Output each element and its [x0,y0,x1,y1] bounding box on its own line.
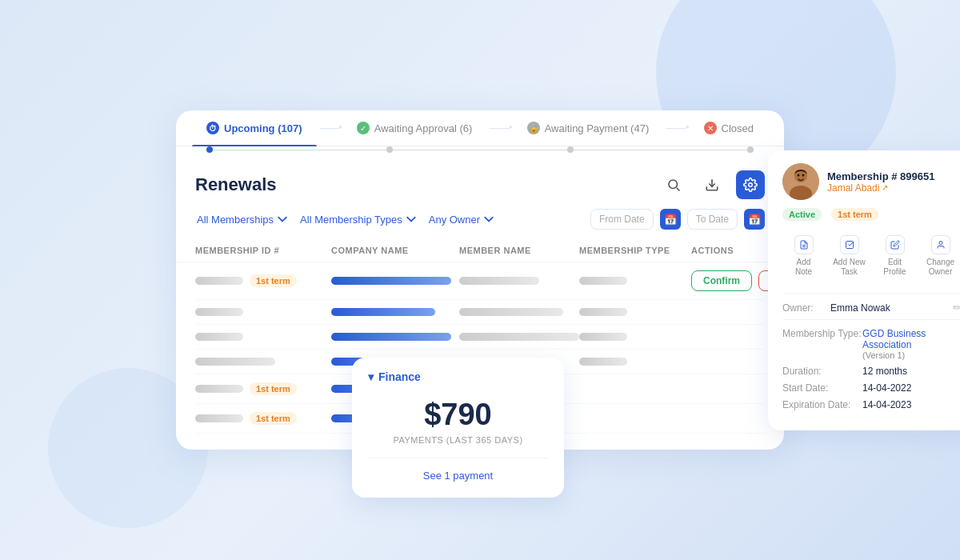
duration-value: 12 months [862,366,907,377]
filters-bar: All Memberships All Membership Types Any… [176,206,784,239]
to-date-input[interactable]: To Date [687,209,738,230]
tab-awaiting-approval-label: Awaiting Approval (6) [374,122,473,134]
add-note-icon [794,235,814,254]
filter-membership-types[interactable]: All Membership Types [298,210,418,229]
id-bar-2 [195,308,243,316]
add-task-action[interactable]: Add NewTask [828,230,870,282]
dot-2 [386,146,393,153]
main-card: ⏱ Upcoming (107) ✓ Awaiting Approval (6)… [176,110,784,450]
membership-type-row: Membership Type: GGD Business Associatio… [782,328,960,360]
detail-divider [782,293,960,294]
tab-awaiting-payment-label: Awaiting Payment (47) [545,122,650,134]
membership-type-sub: (Version 1) [862,350,960,360]
filter-owner[interactable]: Any Owner [427,210,495,229]
edit-owner-icon[interactable]: ✏ [953,302,960,314]
first-term-badge-2: 1st term [250,382,297,395]
row-2-id [195,308,331,316]
row-3-member [459,333,579,341]
duration-row: Duration: 12 months [782,366,960,377]
owner-row: Owner: Emma Nowak ✏ [782,302,960,314]
settings-icon[interactable] [736,170,765,199]
membership-type-value[interactable]: GGD Business Association [862,328,960,350]
company-bar [331,277,451,285]
finance-card: ▾ Finance $790 PAYMENTS (LAST 365 DAYS) … [352,358,564,498]
type-bar [579,277,627,285]
owner-value: Emma Nowak [830,302,953,314]
table-row [195,325,765,350]
row-5-id: 1st term [195,382,331,395]
active-badge: Active [782,208,822,221]
start-date-value: 14-04-2022 [862,382,911,394]
row-2-type [579,308,691,316]
col-membership-id: MEMBERSHIP ID # [195,246,331,255]
add-note-action[interactable]: AddNote [782,230,825,282]
row-6-id: 1st term [195,412,331,425]
svg-point-3 [749,183,753,187]
detail-divider-2 [782,319,960,320]
change-owner-label: ChangeOwner [926,258,954,277]
col-member-name: MEMBER NAME [459,246,579,255]
chevron-down-icon-3 [484,214,494,224]
edit-profile-action[interactable]: EditProfile [874,230,916,282]
external-link-icon: ↗ [882,183,888,192]
row-1-company [331,277,459,285]
start-date-row: Start Date: 14-04-2022 [782,382,960,394]
search-icon[interactable] [659,170,688,199]
confirm-button[interactable]: Confirm [691,270,752,291]
row-3-id [195,333,331,341]
change-owner-action[interactable]: ChangeOwner [919,230,960,282]
dot-line-2 [393,150,566,150]
detail-name-block: Membership # 899651 Jamal Abadi ↗ [827,170,960,194]
table-header: MEMBERSHIP ID # COMPANY NAME MEMBER NAME… [176,239,784,262]
row-3-type [579,333,691,341]
page-title: Renewals [195,174,277,195]
tab-closed[interactable]: ✕ Closed [690,110,768,146]
from-date-calendar-icon[interactable]: 📅 [660,209,681,230]
add-task-icon [840,235,859,254]
member-bar [459,277,539,285]
tab-upcoming[interactable]: ⏱ Upcoming (107) [192,110,317,146]
tab-awaiting-approval[interactable]: ✓ Awaiting Approval (6) [342,110,487,146]
finance-title: ▾ Finance [368,370,548,383]
table-row [195,300,765,325]
row-1-type [579,277,691,285]
dot-1 [206,146,213,153]
expiration-date-row: Expiration Date: 14-04-2023 [782,399,960,410]
row-1-member [459,277,579,285]
row-4-id [195,358,331,366]
member-bar-2 [459,308,563,316]
edit-profile-icon [886,235,905,254]
owner-label: Owner: [782,302,830,314]
tab-connector-1 [320,128,339,129]
add-task-label: Add NewTask [833,258,866,277]
first-term-badge-3: 1st term [250,412,297,425]
col-actions: ACTIONS [691,246,765,255]
chevron-down-icon-2 [406,214,416,224]
membership-detail-card: Membership # 899651 Jamal Abadi ↗ Active… [768,150,960,430]
change-owner-icon [931,235,950,254]
from-date-input[interactable]: From Date [590,209,654,230]
to-date-calendar-icon[interactable]: 📅 [744,209,765,230]
member-name-link[interactable]: Jamal Abadi ↗ [827,182,960,194]
row-1-id: 1st term [195,274,331,287]
tab-awaiting-payment[interactable]: 🔒 Awaiting Payment (47) [513,110,664,146]
dot-line-3 [574,150,747,150]
id-bar-6 [195,414,243,422]
see-payment-link[interactable]: See 1 payment [368,458,548,482]
dot-3 [567,146,574,153]
filter-all-memberships[interactable]: All Memberships [195,210,289,229]
id-bar-4 [195,358,275,366]
dot-4 [747,146,754,153]
row-2-member [459,308,579,316]
company-bar-3 [331,333,451,341]
chevron-down-icon-finance: ▾ [368,370,374,383]
row-2-company [331,308,459,316]
id-bar-5 [195,385,243,393]
header-actions [659,170,765,199]
col-membership-type: MEMBERSHIP TYPE [579,246,691,255]
id-bar [195,277,243,285]
download-icon[interactable] [698,170,726,199]
lock-icon: 🔒 [527,122,540,134]
start-date-label: Start Date: [782,382,862,394]
expiration-date-label: Expiration Date: [782,399,862,410]
